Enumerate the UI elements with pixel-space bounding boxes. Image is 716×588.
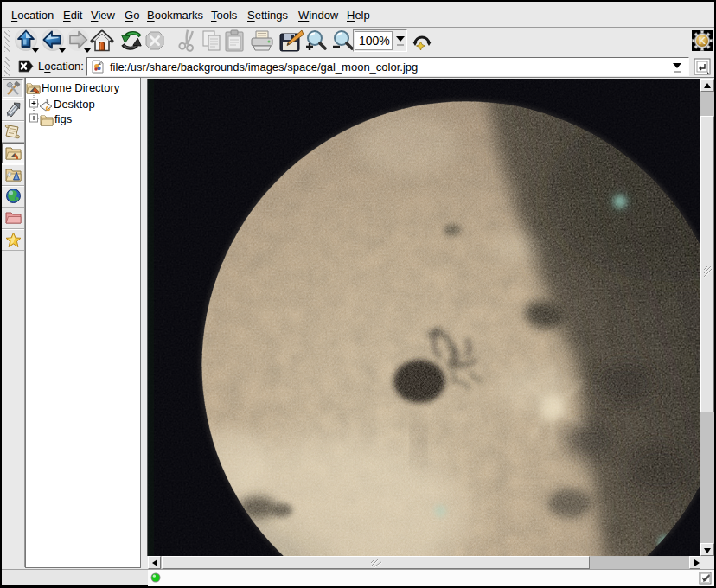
svg-text:K: K bbox=[699, 35, 706, 46]
